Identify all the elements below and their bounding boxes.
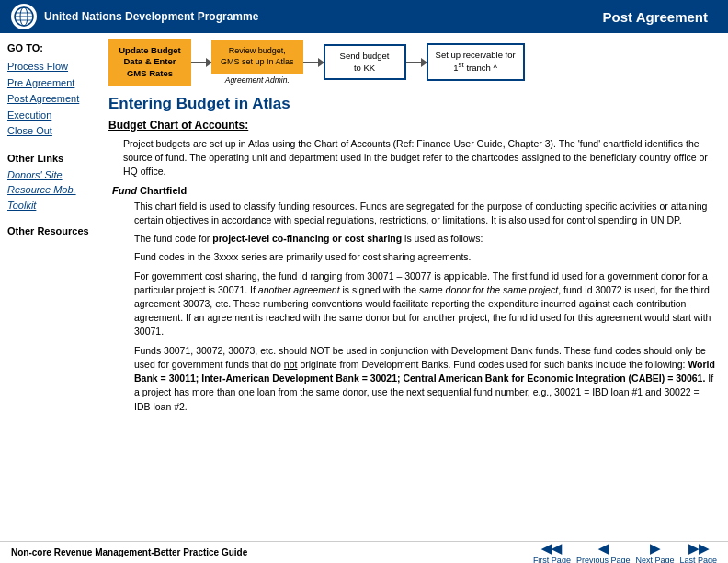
flow-arrow-1 [191,62,211,63]
fund-para5: Funds 30071, 30072, 30073, etc. should N… [134,344,715,414]
other-links-heading: Other Links [7,153,94,164]
flow-step-1: Update BudgetData & EnterGMS Rates [108,39,191,86]
sidebar-nav: Process Flow Pre Agreement Post Agreemen… [7,59,94,140]
fund-para4: For government cost sharing, the fund id… [134,270,715,339]
flow-arrow-3 [406,62,427,63]
header-logo-area: United Nations Development Programme [11,4,258,29]
footer: Non-core Revenue Management-Better Pract… [0,541,728,563]
flow-step-2: Review budget,GMS set up In Atlas [211,40,303,74]
footer-text: Non-core Revenue Management-Better Pract… [11,547,247,557]
page-title: Entering Budget in Atlas [108,95,715,113]
next-page-button[interactable]: ▶ Next Page [635,541,674,564]
sidebar-item-pre-agreement[interactable]: Pre Agreement [7,75,94,92]
flow-arrow-2 [303,62,324,63]
sidebar: GO TO: Process Flow Pre Agreement Post A… [0,33,101,541]
next-page-icon: ▶ [650,541,660,556]
flow-step-4: Set up receivable for1st tranch ^ [427,43,525,81]
next-page-label: Next Page [635,556,674,564]
last-page-button[interactable]: ▶▶ Last Page [679,541,717,564]
first-page-icon: ◀◀ [541,541,562,556]
sidebar-goto-label: GO TO: [7,42,94,53]
first-page-button[interactable]: ◀◀ First Page [533,541,571,564]
other-resources-heading: Other Resources [7,225,94,236]
sidebar-donors-site-link[interactable]: Donors' Site [7,167,94,183]
page-header-title: Post Agreement [594,6,717,29]
un-logo-icon [11,4,37,29]
fund-para2: The fund code for project-level co-finan… [134,232,715,246]
sidebar-item-post-agreement[interactable]: Post Agreement [7,91,94,108]
process-flow-bar: Update BudgetData & EnterGMS Rates Revie… [108,39,715,86]
flow-step-2-sublabel: Agreement Admin. [225,75,290,85]
section1-text: Project budgets are set up in Atlas usin… [123,137,715,179]
prev-page-label: Previous Page [576,556,631,564]
sidebar-resource-mob-link[interactable]: Resource Mob. Toolkit [7,182,94,213]
sidebar-item-close-out[interactable]: Close Out [7,123,94,140]
previous-page-button[interactable]: ◀ Previous Page [576,541,631,564]
org-name: United Nations Development Programme [44,10,258,23]
subsection-fund-heading: Fund Chartfield [112,185,715,196]
fund-para3: Fund codes in the 3xxxx series are prima… [134,250,715,264]
prev-page-icon: ◀ [598,541,609,556]
last-page-label: Last Page [679,556,717,564]
last-page-icon: ▶▶ [688,541,709,556]
fund-para1: This chart field is used to classify fun… [134,200,715,227]
content-area: Update BudgetData & EnterGMS Rates Revie… [101,33,728,541]
first-page-label: First Page [533,556,571,564]
main-layout: GO TO: Process Flow Pre Agreement Post A… [0,33,728,541]
sidebar-item-process-flow[interactable]: Process Flow [7,59,94,75]
footer-nav: ◀◀ First Page ◀ Previous Page ▶ Next Pag… [533,541,717,564]
sidebar-item-execution[interactable]: Execution [7,108,94,124]
header: United Nations Development Programme Pos… [0,0,728,33]
flow-step-3: Send budgetto KK [324,44,406,80]
section1-heading: Budget Chart of Accounts: [108,119,715,132]
